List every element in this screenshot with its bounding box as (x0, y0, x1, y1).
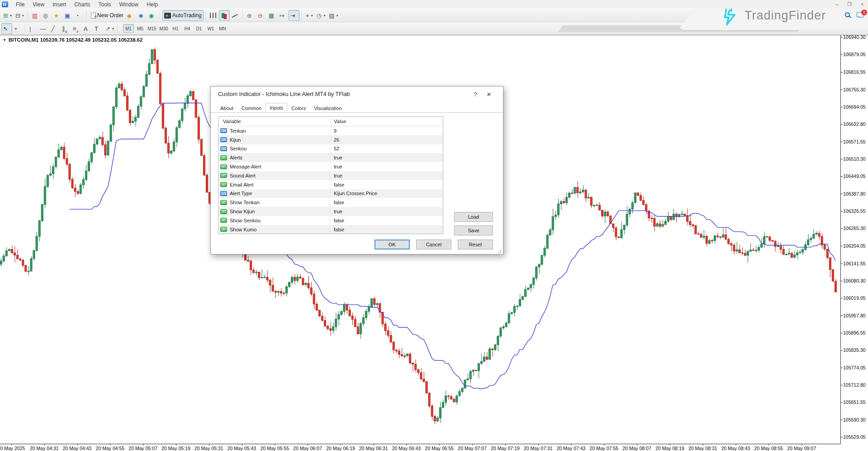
timeframe-w1-button[interactable]: W1 (205, 24, 216, 33)
auto-scroll-button[interactable]: ↦ (278, 10, 289, 21)
data-window-button[interactable]: ◎ (41, 10, 52, 21)
indicator-input-row[interactable]: ✓Show Tenkanfalse (218, 198, 443, 207)
save-button[interactable]: Save (454, 226, 493, 235)
restore-button[interactable]: ❐ (845, 1, 854, 7)
dialog-resize-grip[interactable] (498, 249, 502, 253)
trendline-button[interactable]: ╱ (49, 23, 60, 34)
timeframe-m5-button[interactable]: M5 (135, 24, 146, 33)
load-button[interactable]: Load (454, 212, 493, 222)
navigator-button[interactable]: ★ (52, 10, 63, 21)
bar-chart-button[interactable] (208, 10, 219, 21)
indicator-input-row[interactable]: ✓Show Senkoufalse (218, 216, 443, 225)
price-axis-label: 105712.80 (843, 382, 866, 388)
vertical-line-button[interactable]: | (28, 23, 38, 34)
input-variable-value[interactable]: 9 (330, 126, 443, 135)
new-chart-button[interactable]: ⊞▾ (1, 10, 14, 21)
indicator-input-row[interactable]: ✓Sound Alerttrue (218, 171, 443, 180)
cancel-button[interactable]: Cancel (416, 240, 451, 249)
terminal-button[interactable]: ▣ (63, 10, 74, 21)
horizontal-line-button[interactable]: — (38, 23, 49, 34)
tile-windows-button[interactable]: ▦ (267, 10, 278, 21)
dropdown-arrow-icon: ▾ (22, 14, 24, 18)
equidistant-channel-button[interactable]: ∥E (60, 23, 71, 34)
menu-item-help[interactable]: Help (142, 1, 162, 8)
tab-visualization[interactable]: Visualization (310, 104, 346, 113)
indicator-input-row[interactable]: ✓Show Kumofalse (218, 225, 443, 234)
indicators-button[interactable]: +▾ (304, 10, 315, 21)
symbol-dropdown-icon[interactable]: ▼ (3, 38, 6, 42)
input-variable-value[interactable]: true (330, 162, 443, 171)
input-variable-value[interactable]: 52 (330, 144, 443, 154)
input-variable-value[interactable]: true (330, 171, 443, 180)
time-axis-label: 20 May 07:31 (524, 446, 553, 451)
time-axis-label: 20 May 05:19 (161, 446, 190, 451)
dialog-titlebar[interactable]: Custom Indicator - Ichimoku Line Alert M… (211, 86, 503, 102)
chart-shift-button[interactable]: ⇥ (289, 10, 299, 21)
input-variable-name: Message Alert (230, 164, 330, 169)
text-button[interactable]: A (82, 23, 93, 34)
templates-button[interactable]: ▧▾ (327, 10, 340, 21)
indicator-input-row[interactable]: 123Senkou52 (218, 144, 443, 154)
metaeditor-button[interactable]: ◆ (125, 10, 136, 21)
cursor-button[interactable]: ↖ (1, 23, 12, 34)
menu-item-tools[interactable]: Tools (95, 1, 115, 8)
indicator-input-row[interactable]: 123Alert TypeKijun Crosses Price (218, 189, 443, 198)
close-window-button[interactable]: × (858, 1, 866, 7)
indicator-input-row[interactable]: ✓Show Kijuntrue (218, 207, 443, 216)
market-watch-button[interactable]: ▥ (30, 10, 41, 21)
timeframe-m1-button[interactable]: M1 (123, 24, 134, 33)
reset-button[interactable]: Reset (458, 240, 493, 249)
tab-common[interactable]: Common (237, 104, 266, 113)
community-button[interactable]: ☻ (136, 10, 147, 21)
timeframe-mn-button[interactable]: MN (217, 24, 228, 33)
timeframe-h4-button[interactable]: H4 (182, 24, 193, 33)
profiles-button[interactable]: ⊟▾ (14, 10, 26, 21)
chat-icon[interactable]: 1 (856, 12, 864, 18)
timeframe-m15-button[interactable]: M15 (147, 24, 157, 33)
indicator-input-row[interactable]: 123Tenkan9 (218, 126, 443, 135)
timeframe-h1-button[interactable]: H1 (170, 24, 181, 33)
input-variable-value[interactable]: false (330, 180, 443, 189)
timeframe-d1-button[interactable]: D1 (194, 24, 204, 33)
input-variable-value[interactable]: Kijun Crosses Price (330, 189, 443, 198)
input-variable-value[interactable]: 26 (330, 135, 443, 144)
zoom-out-button[interactable]: ⊖ (256, 10, 267, 21)
strategy-tester-button[interactable]: ◔ (74, 10, 85, 21)
tab-about[interactable]: About (216, 104, 237, 113)
candlestick-chart-button[interactable] (219, 10, 230, 21)
input-variable-value[interactable]: false (330, 225, 443, 234)
input-variable-value[interactable]: false (330, 216, 443, 225)
crosshair-button[interactable]: + (12, 23, 23, 34)
indicator-input-row[interactable]: ✓Email Alertfalse (218, 180, 443, 189)
menu-item-insert[interactable]: Insert (48, 1, 70, 8)
indicator-input-row[interactable]: ✓Alertstrue (218, 153, 443, 162)
input-variable-value[interactable]: false (330, 198, 443, 207)
menu-item-charts[interactable]: Charts (70, 1, 94, 8)
indicator-input-row[interactable]: 123Kijun26 (218, 135, 443, 144)
autotrading-button[interactable]: AutoTrading (162, 10, 204, 21)
periods-button[interactable]: ◷▾ (315, 10, 327, 21)
broadcast-button[interactable]: ◉ (147, 10, 158, 21)
fibonacci-retracement-button[interactable]: ≡F (71, 23, 82, 34)
dialog-close-button[interactable]: ✕ (482, 89, 496, 99)
input-variable-value[interactable]: true (330, 153, 443, 162)
new-order-button[interactable]: New Order (89, 10, 125, 21)
menu-item-window[interactable]: Window (115, 1, 143, 8)
zoom-in-button[interactable]: ⊕ (245, 10, 256, 21)
dialog-help-button[interactable]: ? (469, 89, 482, 99)
tab-inputs[interactable]: Inputs (266, 103, 287, 112)
vertical-line-icon: | (29, 26, 31, 32)
tab-colors[interactable]: Colors (287, 104, 310, 113)
arrows-tool-button[interactable]: ↗▾ (104, 23, 116, 34)
ok-button[interactable]: OK (375, 240, 410, 249)
timeframe-m30-button[interactable]: M30 (158, 24, 169, 33)
menu-item-view[interactable]: View (28, 1, 48, 8)
line-chart-button[interactable] (230, 10, 241, 21)
search-icon[interactable] (845, 12, 850, 17)
indicator-input-row[interactable]: ✓Message Alerttrue (218, 162, 443, 171)
input-variable-value[interactable]: true (330, 207, 443, 216)
text-label-button[interactable]: T (93, 23, 104, 34)
price-axis-label: 105896.55 (843, 330, 866, 336)
menu-item-file[interactable]: File (12, 1, 28, 8)
minimize-button[interactable]: – (833, 1, 841, 7)
